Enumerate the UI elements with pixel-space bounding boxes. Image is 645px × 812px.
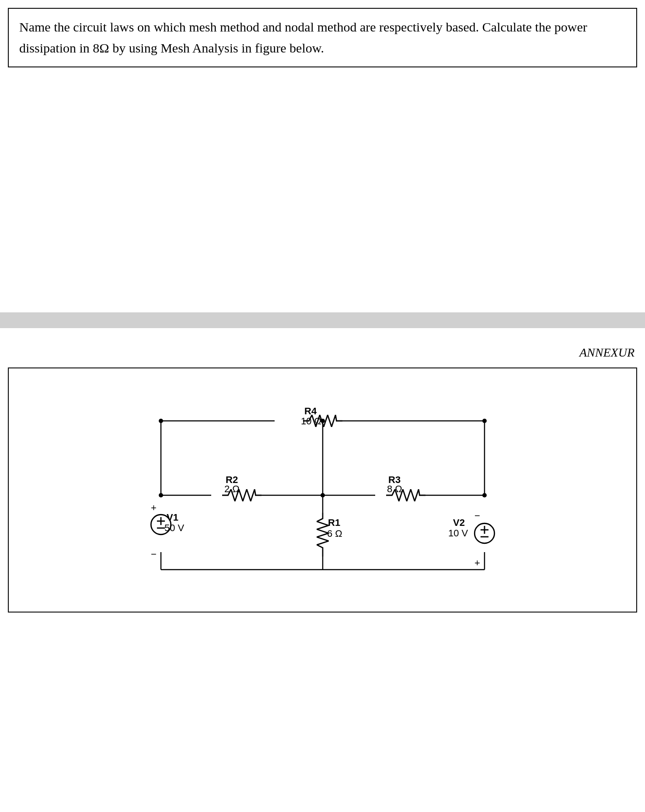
node-mid-right [482, 493, 487, 497]
question-box: Name the circuit laws on which mesh meth… [8, 8, 637, 67]
circuit-diagram-box: R4 10 Ω R2 2 Ω R3 8 Ω [8, 368, 637, 612]
V2-label: V2 [453, 517, 465, 528]
annexure-label: ANNEXUR [0, 328, 645, 360]
R4-value: 10 Ω [301, 416, 321, 427]
V1-plus: + [151, 502, 157, 513]
V2-plus: + [474, 557, 480, 568]
grey-divider [0, 312, 645, 328]
V2-value: 10 V [448, 528, 468, 539]
R2-value: 2 Ω [224, 483, 240, 494]
node-top-center [321, 419, 325, 423]
V2-minus: − [474, 510, 480, 521]
R3-value: 8 Ω [387, 483, 402, 494]
node-top-left [159, 419, 163, 423]
R1-value: 6 Ω [327, 528, 342, 539]
R1-label: R1 [328, 517, 340, 528]
V1-label: V1 [167, 512, 178, 523]
question-text: Name the circuit laws on which mesh meth… [19, 17, 626, 59]
node-mid-left [159, 493, 163, 497]
V1-minus: − [151, 549, 157, 560]
node-top-right [482, 419, 487, 423]
circuit-svg: R4 10 Ω R2 2 Ω R3 8 Ω [126, 386, 519, 600]
V1-value: 50 V [164, 522, 185, 533]
R4-label: R4 [304, 406, 317, 416]
node-mid-center [321, 493, 325, 497]
